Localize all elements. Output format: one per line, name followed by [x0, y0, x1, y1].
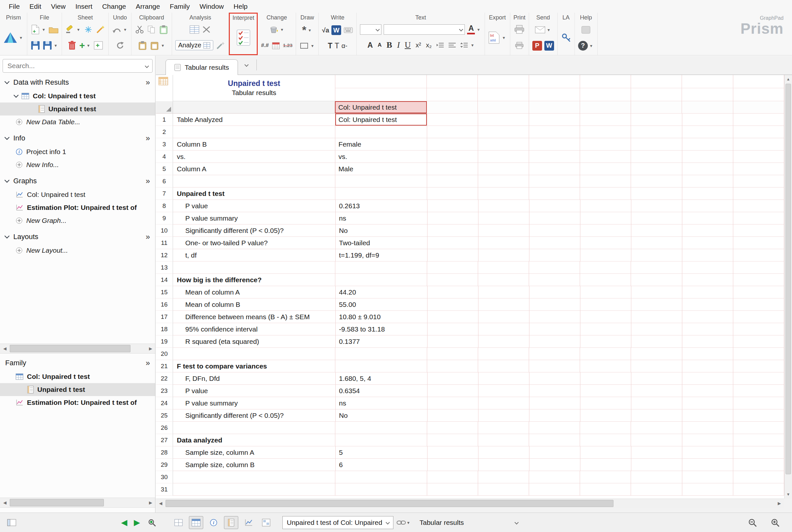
save-icon[interactable]: [31, 40, 40, 51]
empty-cell[interactable]: [631, 163, 682, 175]
empty-cell[interactable]: [529, 299, 581, 311]
empty-cell[interactable]: [427, 286, 478, 299]
row-number[interactable]: 9: [156, 212, 173, 225]
empty-cell[interactable]: [478, 225, 529, 237]
empty-cell[interactable]: [529, 225, 581, 237]
row-number[interactable]: 24: [156, 397, 173, 410]
value-cell[interactable]: Col: Unpaired t test: [335, 114, 427, 126]
empty-column-header[interactable]: [529, 101, 580, 114]
empty-cell[interactable]: [529, 138, 580, 151]
magic-wand-icon[interactable]: [216, 40, 225, 51]
empty-cell[interactable]: [631, 410, 682, 422]
empty-cell[interactable]: [733, 114, 784, 126]
write-word-icon[interactable]: W: [331, 25, 341, 35]
empty-cell[interactable]: [427, 188, 478, 200]
empty-cell[interactable]: [682, 188, 733, 200]
row-number[interactable]: 6: [156, 175, 173, 188]
empty-cell[interactable]: [733, 323, 784, 336]
empty-cell[interactable]: [682, 483, 733, 496]
sheet-title-cell[interactable]: Unpaired t test Tabular results: [173, 75, 335, 101]
view-selector[interactable]: Tabular results: [414, 519, 518, 527]
empty-cell[interactable]: [427, 434, 478, 446]
empty-cell[interactable]: [478, 459, 529, 471]
row-label-cell[interactable]: Difference between means (B - A) ± SEM: [173, 311, 336, 323]
empty-cell[interactable]: [478, 274, 529, 286]
empty-cell[interactable]: [682, 446, 733, 459]
row-label-cell[interactable]: F test to compare variances: [173, 360, 335, 373]
sidebar-horizontal-scrollbar[interactable]: ◀ ▶: [0, 344, 155, 354]
row-number[interactable]: 4: [156, 151, 173, 163]
empty-cell[interactable]: [733, 360, 784, 373]
new-sheet-icon[interactable]: +: [31, 24, 40, 35]
equation-icon[interactable]: √a: [322, 26, 329, 34]
info-view-icon[interactable]: i: [206, 516, 221, 529]
row-number[interactable]: 18: [156, 323, 173, 336]
value-cell[interactable]: Female: [335, 138, 427, 151]
empty-cell[interactable]: [529, 385, 581, 397]
empty-cell[interactable]: [427, 249, 478, 262]
empty-cell[interactable]: [631, 471, 682, 483]
value-cell[interactable]: [335, 175, 427, 188]
empty-cell[interactable]: [581, 373, 631, 385]
value-cell[interactable]: vs.: [335, 151, 427, 163]
scroll-right-icon[interactable]: ▶: [146, 346, 155, 351]
value-cell[interactable]: 5: [336, 446, 427, 459]
empty-cell[interactable]: [529, 397, 581, 410]
value-cell[interactable]: [335, 422, 427, 434]
row-number[interactable]: 17: [156, 311, 173, 323]
row-number[interactable]: 1: [156, 114, 173, 126]
empty-cell[interactable]: [631, 114, 682, 126]
text-box-icon[interactable]: T: [335, 41, 339, 50]
row-number[interactable]: 22: [156, 373, 173, 385]
empty-cell[interactable]: [478, 163, 529, 175]
row-number[interactable]: 29: [156, 459, 173, 471]
value-cell[interactable]: [335, 471, 427, 483]
value-cell[interactable]: [335, 483, 427, 496]
value-cell[interactable]: 0.2613: [336, 200, 427, 212]
empty-cell[interactable]: [682, 299, 733, 311]
chevron-down-icon[interactable]: ▾: [42, 27, 47, 32]
data-tables-view-icon[interactable]: [189, 516, 203, 529]
empty-cell[interactable]: [529, 188, 580, 200]
menu-item-change[interactable]: Change: [97, 3, 131, 11]
row-label-cell[interactable]: [173, 126, 335, 138]
scroll-down-icon[interactable]: ▼: [785, 490, 792, 499]
empty-cell[interactable]: [529, 249, 581, 262]
empty-cell[interactable]: [529, 336, 581, 348]
sidebar-item-new-info[interactable]: New Info...: [0, 158, 155, 171]
row-label-cell[interactable]: Table Analyzed: [173, 114, 335, 126]
empty-cell[interactable]: [580, 471, 631, 483]
chevron-down-icon[interactable]: ▾: [548, 27, 551, 33]
empty-cell[interactable]: [733, 212, 784, 225]
superscript-button[interactable]: x²: [415, 41, 423, 49]
empty-cell[interactable]: [631, 483, 682, 496]
greek-icon[interactable]: α-: [342, 42, 347, 50]
empty-cell[interactable]: [682, 286, 733, 299]
menu-item-insert[interactable]: Insert: [70, 3, 97, 11]
empty-cell[interactable]: [682, 434, 733, 446]
empty-cell[interactable]: [733, 249, 784, 262]
empty-cell[interactable]: [581, 311, 631, 323]
empty-cell[interactable]: [682, 163, 733, 175]
empty-cell[interactable]: [478, 286, 529, 299]
empty-cell[interactable]: [529, 446, 581, 459]
row-number[interactable]: 27: [156, 434, 173, 446]
value-cell[interactable]: 55.00: [336, 299, 427, 311]
empty-cell[interactable]: [529, 434, 580, 446]
empty-column-header[interactable]: [682, 101, 733, 114]
empty-cell[interactable]: [427, 459, 478, 471]
row-number[interactable]: 5: [156, 163, 173, 175]
empty-cell[interactable]: [682, 274, 733, 286]
value-cell[interactable]: ns: [336, 397, 427, 410]
sidebar-item-new-graph[interactable]: New Graph...: [0, 214, 155, 227]
empty-cell[interactable]: [682, 126, 733, 138]
row-number[interactable]: 13: [156, 262, 173, 274]
empty-cell[interactable]: [529, 286, 581, 299]
print-icon[interactable]: [514, 24, 524, 35]
freeze-icon[interactable]: [84, 24, 93, 35]
sidebar-item-data-table[interactable]: Col: Unpaired t test: [0, 90, 155, 102]
empty-cell[interactable]: [733, 385, 784, 397]
empty-cell[interactable]: [427, 212, 478, 225]
row-label-cell[interactable]: [173, 422, 335, 434]
empty-cell[interactable]: [478, 126, 529, 138]
